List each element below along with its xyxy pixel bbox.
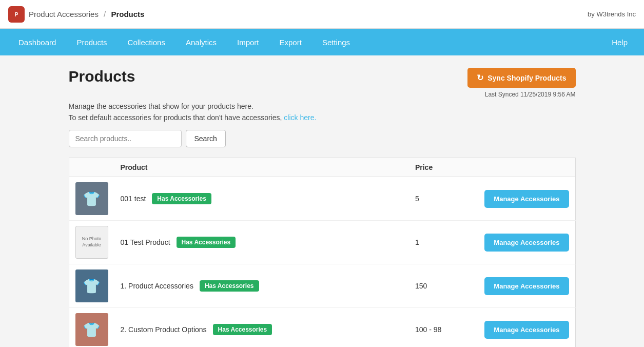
- last-synced: Last Synced 11/25/2019 9:56 AM: [467, 91, 575, 98]
- product-action-cell: Manage Accessories: [478, 264, 575, 308]
- breadcrumb-current: Products: [111, 10, 144, 18]
- nav-items: Dashboard Products Collections Analytics…: [8, 29, 603, 55]
- product-image: 👕: [75, 269, 108, 302]
- col-price-header: Price: [409, 158, 478, 177]
- header-right: ↻ Sync Shopify Products Last Synced 11/2…: [467, 68, 575, 98]
- nav-help[interactable]: Help: [603, 38, 636, 47]
- desc2-text: To set default accessories for products …: [69, 113, 282, 122]
- sync-button[interactable]: ↻ Sync Shopify Products: [467, 68, 575, 88]
- top-bar-right: by W3trends Inc: [588, 10, 636, 18]
- main-nav: Dashboard Products Collections Analytics…: [0, 29, 644, 55]
- page-desc1: Manage the accessories that show for you…: [69, 102, 576, 110]
- product-image: 👕: [75, 182, 108, 215]
- table-row: 👕 1. Product Accessories Has Accessories…: [69, 264, 575, 308]
- product-name: 001 test: [121, 195, 146, 203]
- product-name-cell: 2. Custom Product Options Has Accessorie…: [114, 308, 409, 348]
- has-accessories-badge: Has Accessories: [177, 237, 236, 248]
- col-image: [69, 158, 114, 177]
- page-title-section: Products: [69, 68, 135, 85]
- search-row: Search: [69, 130, 576, 147]
- has-accessories-badge: Has Accessories: [213, 324, 272, 335]
- product-name: 2. Custom Product Options: [121, 325, 207, 334]
- manage-accessories-button[interactable]: Manage Accessories: [484, 190, 569, 208]
- nav-item-dashboard[interactable]: Dashboard: [8, 29, 66, 55]
- product-action-cell: Manage Accessories: [478, 308, 575, 348]
- product-name-cell: 001 test Has Accessories: [114, 177, 409, 221]
- has-accessories-badge: Has Accessories: [152, 193, 211, 204]
- app-icon: P: [8, 6, 25, 23]
- breadcrumb: Product Accessories / Products: [29, 10, 144, 18]
- product-name: 1. Product Accessories: [121, 282, 193, 290]
- product-name-cell: 01 Test Product Has Accessories: [114, 221, 409, 264]
- main-content: Products ↻ Sync Shopify Products Last Sy…: [61, 55, 584, 347]
- page-desc2: To set default accessories for products …: [69, 113, 576, 122]
- col-product: Product: [114, 158, 409, 177]
- breadcrumb-sep: /: [104, 10, 106, 18]
- manage-accessories-button[interactable]: Manage Accessories: [484, 277, 569, 295]
- product-image-cell: 👕: [69, 308, 114, 348]
- product-image-cell: No PhotoAvailable: [69, 221, 114, 264]
- top-bar-left: P Product Accessories / Products: [8, 6, 144, 23]
- nav-item-products[interactable]: Products: [66, 29, 117, 55]
- breadcrumb-app: Product Accessories: [29, 10, 99, 18]
- product-price: 100 - 98: [409, 308, 478, 348]
- product-price: 1: [409, 221, 478, 264]
- product-image-cell: 👕: [69, 177, 114, 221]
- manage-accessories-button[interactable]: Manage Accessories: [484, 321, 569, 339]
- nav-item-settings[interactable]: Settings: [312, 29, 360, 55]
- search-input[interactable]: [69, 130, 182, 147]
- page-header: Products ↻ Sync Shopify Products Last Sy…: [69, 68, 576, 98]
- has-accessories-badge: Has Accessories: [200, 280, 259, 292]
- manage-accessories-button[interactable]: Manage Accessories: [484, 234, 569, 252]
- product-name-cell: 1. Product Accessories Has Accessories: [114, 264, 409, 308]
- product-name: 01 Test Product: [121, 238, 170, 246]
- svg-text:P: P: [15, 12, 18, 17]
- table-row: No PhotoAvailable 01 Test Product Has Ac…: [69, 221, 575, 264]
- product-price: 5: [409, 177, 478, 221]
- product-price: 150: [409, 264, 478, 308]
- search-button[interactable]: Search: [186, 130, 226, 147]
- product-action-cell: Manage Accessories: [478, 177, 575, 221]
- col-action: [478, 158, 575, 177]
- nav-item-import[interactable]: Import: [227, 29, 269, 55]
- no-photo-box: No PhotoAvailable: [75, 226, 108, 259]
- table-row: 👕 2. Custom Product Options Has Accessor…: [69, 308, 575, 348]
- sync-button-label: Sync Shopify Products: [487, 74, 566, 82]
- product-image-cell: 👕: [69, 264, 114, 308]
- table-row: 👕 001 test Has Accessories 5 Manage Acce…: [69, 177, 575, 221]
- product-image: 👕: [75, 313, 108, 346]
- top-bar: P Product Accessories / Products by W3tr…: [0, 0, 644, 29]
- page-title: Products: [69, 68, 135, 85]
- click-here-link[interactable]: click here.: [284, 113, 316, 122]
- table-header-row: Product Price: [69, 158, 575, 177]
- product-action-cell: Manage Accessories: [478, 221, 575, 264]
- product-table: Product Price 👕 001 test Has Accessories…: [69, 158, 576, 347]
- nav-item-collections[interactable]: Collections: [118, 29, 175, 55]
- nav-item-analytics[interactable]: Analytics: [175, 29, 227, 55]
- nav-item-export[interactable]: Export: [269, 29, 312, 55]
- sync-icon: ↻: [477, 73, 483, 83]
